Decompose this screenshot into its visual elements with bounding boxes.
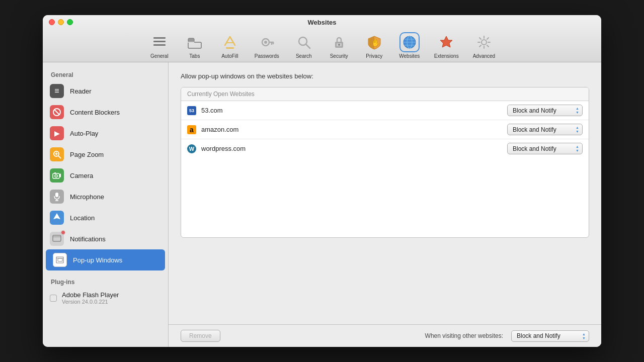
security-icon-wrap [329,32,349,52]
remove-button[interactable]: Remove [181,330,220,342]
dropdown-arrows-wordpress: ▲ ▼ [576,145,579,152]
sidebar: General ≡ Reader Content Blockers ▶ Auto… [43,62,169,347]
general-icon-wrap [149,32,170,52]
toolbar-item-security[interactable]: Security [321,30,357,62]
site-dropdown-value-amazon: Block and Notify [513,126,556,133]
toolbar-item-privacy[interactable]: ✋ Privacy [357,30,392,62]
svg-point-35 [55,175,57,177]
toolbar-item-autofill[interactable]: AutoFill [212,30,248,62]
reader-icon: ≡ [50,84,64,98]
sidebar-item-camera[interactable]: Camera [43,165,168,186]
svg-point-27 [481,40,487,45]
toolbar-item-passwords[interactable]: Passwords [248,30,286,62]
sidebar-item-label-auto-play: Auto-Play [70,130,98,137]
advanced-icon-wrap [474,32,494,52]
toolbar-item-search[interactable]: Search [286,30,321,62]
toolbar-item-general[interactable]: General [142,30,177,62]
dropdown-arrows-amazon: ▲ ▼ [576,126,579,133]
window-controls [49,19,73,25]
main-content: General ≡ Reader Content Blockers ▶ Auto… [43,62,601,347]
sidebar-item-reader[interactable]: ≡ Reader [43,80,168,102]
sidebar-section-plugins: Plug-ins [43,275,168,288]
svg-rect-34 [53,173,59,178]
toolbar-item-extensions[interactable]: Extensions [427,30,466,62]
toolbar-item-tabs[interactable]: Tabs [177,30,212,62]
other-websites-dropdown[interactable]: Block and Notify ▲ ▼ [511,330,589,342]
toolbar-label-extensions: Extensions [434,53,459,59]
security-icon [331,34,347,50]
svg-rect-45 [58,258,62,261]
flash-version: Version 24.0.0.221 [62,299,119,305]
toolbar-label-advanced: Advanced [473,53,495,59]
toolbar-label-passwords: Passwords [255,53,279,59]
flash-checkbox[interactable] [50,295,57,302]
content-area: Allow pop-up windows on the websites bel… [169,62,601,347]
sidebar-item-content-blockers[interactable]: Content Blockers [43,102,168,123]
sidebar-item-microphone[interactable]: Microphone [43,186,168,207]
site-dropdown-53com[interactable]: Block and Notify ▲ ▼ [507,105,583,116]
toolbar-label-autofill: AutoFill [221,53,238,59]
svg-line-8 [225,37,230,45]
minimize-button[interactable] [58,19,64,25]
site-dropdown-amazon[interactable]: Block and Notify ▲ ▼ [507,124,583,135]
sidebar-item-location[interactable]: Location [43,207,168,228]
svg-line-16 [306,44,310,48]
svg-rect-37 [54,172,56,174]
toolbar-label-security: Security [330,53,348,59]
svg-point-19 [338,44,340,46]
window-title: Websites [308,19,337,26]
sidebar-item-auto-play[interactable]: ▶ Auto-Play [43,123,168,144]
svg-line-29 [54,110,59,115]
svg-rect-4 [188,42,201,48]
toolbar-item-advanced[interactable]: Advanced [466,30,502,62]
svg-rect-38 [55,193,58,197]
other-websites-value: Block and Notify [517,332,560,339]
privacy-icon-wrap: ✋ [364,32,384,52]
sidebar-section-general: General [43,67,168,80]
sidebar-item-label-notifications: Notifications [70,235,106,243]
site-dropdown-value-53com: Block and Notify [513,107,556,114]
passwords-icon-wrap [257,32,277,52]
svg-rect-2 [153,44,166,46]
sidebar-item-label-location: Location [70,214,95,222]
favicon-53com: 53 [187,106,196,115]
maximize-button[interactable] [67,19,73,25]
notification-badge [61,230,65,235]
passwords-icon [259,34,275,50]
tabs-icon-wrap [185,32,205,52]
sidebar-item-label-camera: Camera [70,172,93,179]
svg-marker-41 [53,213,60,219]
toolbar-label-search: Search [296,53,312,59]
sidebar-item-adobe-flash[interactable]: Adobe Flash Player Version 24.0.0.221 [43,288,168,308]
site-dropdown-value-wordpress: Block and Notify [513,145,556,152]
general-icon [151,34,168,50]
content-description: Allow pop-up windows on the websites bel… [181,72,589,80]
favicon-wordpress: W [187,144,196,153]
sidebar-item-notifications[interactable]: Notifications [43,228,168,249]
svg-marker-26 [440,36,452,47]
table-header: Currently Open Websites [181,87,589,101]
auto-play-icon: ▶ [50,126,64,140]
close-button[interactable] [49,19,55,25]
titlebar: Websites General [43,15,601,62]
search-icon [296,34,312,50]
toolbar-item-websites[interactable]: Websites [392,30,427,62]
svg-rect-1 [153,41,166,42]
sidebar-item-popup-windows[interactable]: Pop-up Windows [46,249,165,270]
svg-rect-0 [153,37,166,39]
websites-table: Currently Open Websites 53 53.com Block … [181,87,589,238]
site-dropdown-wordpress[interactable]: Block and Notify ▲ ▼ [507,143,583,154]
toolbar-label-privacy: Privacy [366,53,382,59]
toolbar-label-websites: Websites [399,53,420,59]
extensions-icon-wrap [436,32,456,52]
microphone-icon [50,190,64,204]
sidebar-item-page-zoom[interactable]: Page Zoom [43,144,168,165]
bottom-bar: Remove When visiting other websites: Blo… [169,324,601,347]
svg-rect-3 [188,38,194,42]
sidebar-item-label-microphone: Microphone [70,193,104,201]
flash-info: Adobe Flash Player Version 24.0.0.221 [62,291,119,305]
extensions-icon [438,34,454,50]
svg-rect-6 [226,47,234,49]
svg-text:✋: ✋ [371,39,380,47]
tabs-icon [187,34,203,50]
